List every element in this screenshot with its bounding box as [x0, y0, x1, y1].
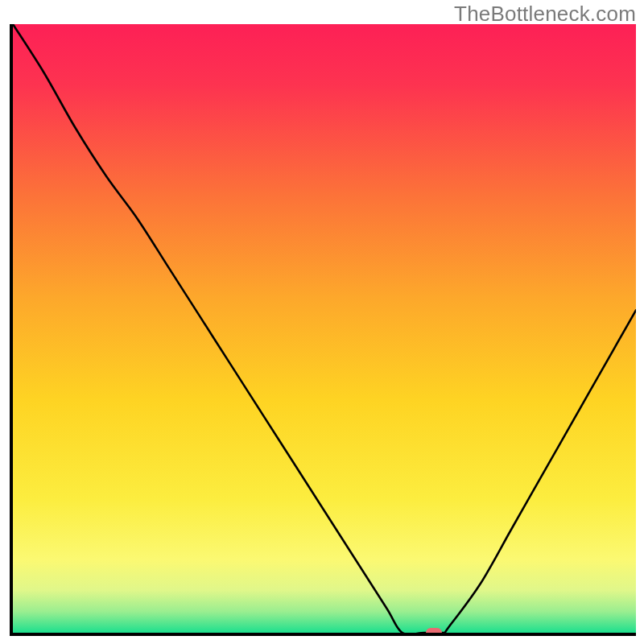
chart-area: [10, 24, 636, 636]
optimal-marker: [426, 628, 442, 636]
watermark-text: TheBottleneck.com: [454, 2, 636, 27]
chart-inner: [13, 24, 636, 633]
bottleneck-curve: [13, 24, 636, 633]
